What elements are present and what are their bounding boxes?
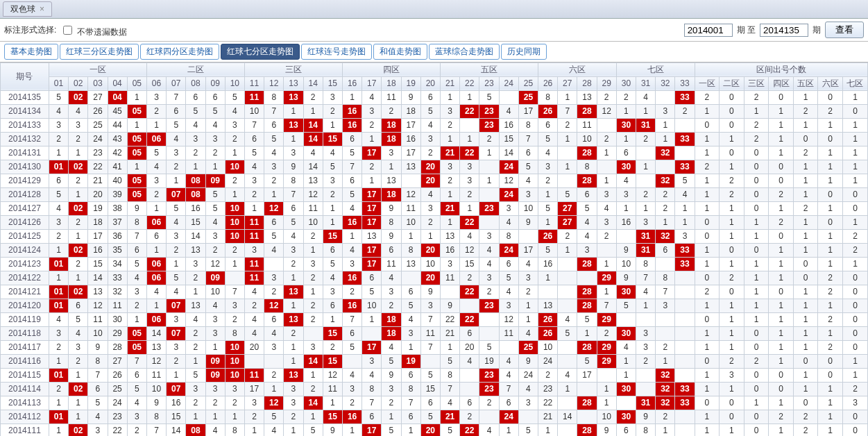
- table-row: 2014118341029051407238442156183112161142…: [1, 326, 868, 340]
- miss-cell: 2: [284, 257, 303, 271]
- miss-cell: 4: [186, 312, 205, 326]
- miss-cell: [479, 215, 499, 229]
- miss-cell: 14: [88, 271, 108, 285]
- count-cell: 2: [793, 104, 818, 118]
- hit-cell: 05: [127, 187, 146, 201]
- count-cell: 1: [793, 285, 818, 299]
- count-cell: 2: [842, 229, 867, 243]
- from-input[interactable]: [684, 24, 733, 37]
- miss-cell: 13: [577, 90, 597, 104]
- miss-cell: 4: [518, 257, 538, 271]
- app-tab[interactable]: 双色球×: [3, 1, 52, 17]
- miss-cell: 4: [167, 132, 186, 146]
- num-head: 31: [636, 76, 656, 90]
- subtab-3[interactable]: 红球七分区走势图: [221, 44, 300, 59]
- subtab-1[interactable]: 红球三分区走势图: [60, 44, 139, 59]
- close-icon[interactable]: ×: [40, 4, 44, 14]
- cnt-head: 三区: [744, 76, 769, 90]
- miss-cell: [518, 410, 538, 424]
- miss-cell: 1: [167, 174, 186, 187]
- miss-cell: 3: [382, 285, 401, 299]
- miss-cell: 11: [401, 201, 420, 215]
- hit-cell: 17: [362, 187, 382, 201]
- miss-cell: 4: [499, 104, 518, 118]
- count-cell: 1: [818, 326, 843, 340]
- miss-cell: 1: [656, 132, 675, 146]
- miss-cell: 1: [127, 90, 146, 104]
- miss-cell: 1: [244, 424, 264, 436]
- miss-cell: 3: [675, 229, 695, 243]
- miss-cell: 1: [49, 396, 68, 410]
- num-head: 24: [499, 76, 518, 90]
- view-button[interactable]: 查看: [825, 22, 864, 38]
- subtab-0[interactable]: 基本走势图: [4, 44, 58, 59]
- miss-cell: 2: [597, 229, 616, 243]
- miss-cell: 4: [362, 90, 382, 104]
- miss-cell: 3: [69, 340, 88, 354]
- miss-cell: 1: [479, 146, 499, 160]
- miss-cell: 2: [538, 174, 557, 187]
- hit-cell: 28: [577, 340, 597, 354]
- hit-cell: 30: [616, 382, 636, 396]
- config-bar: 标注形式选择: 不带遗漏数据 期 至 期 查看: [0, 19, 868, 42]
- subtab-7[interactable]: 历史同期: [501, 44, 547, 59]
- miss-cell: 3: [186, 382, 205, 396]
- miss-cell: 9: [88, 340, 108, 354]
- miss-cell: [656, 160, 675, 174]
- miss-cell: 16: [616, 215, 636, 229]
- subtab-2[interactable]: 红球四分区走势图: [140, 44, 219, 59]
- count-cell: 2: [769, 215, 794, 229]
- miss-cell: 2: [323, 340, 342, 354]
- miss-cell: 7: [656, 285, 675, 299]
- col-period: 期号: [1, 62, 49, 90]
- miss-cell: 2: [460, 410, 479, 424]
- miss-cell: [558, 340, 577, 354]
- miss-cell: 6: [460, 326, 479, 340]
- subtab-6[interactable]: 蓝球综合走势图: [429, 44, 500, 59]
- count-cell: 0: [842, 326, 867, 340]
- miss-cell: 5: [538, 243, 557, 257]
- miss-cell: [675, 424, 695, 436]
- count-cell: 1: [818, 382, 843, 396]
- subtab-4[interactable]: 红球连号走势图: [301, 44, 372, 59]
- miss-cell: 5: [244, 146, 264, 160]
- count-cell: 2: [818, 104, 843, 118]
- hit-cell: 28: [577, 396, 597, 410]
- miss-cell: 6: [205, 90, 225, 104]
- miss-cell: 11: [88, 312, 108, 326]
- miss-cell: 5: [538, 201, 557, 215]
- hit-cell: 18: [382, 118, 401, 132]
- miss-cell: 1: [323, 201, 342, 215]
- count-cell: 2: [720, 354, 744, 368]
- miss-cell: 3: [244, 396, 264, 410]
- miss-cell: 8: [636, 257, 656, 271]
- miss-cell: 1: [675, 201, 695, 215]
- count-cell: 0: [720, 285, 744, 299]
- miss-cell: [558, 285, 577, 299]
- miss-cell: 2: [186, 326, 205, 340]
- to-input[interactable]: [760, 24, 808, 37]
- miss-cell: 1: [49, 354, 68, 368]
- count-cell: 0: [744, 146, 769, 160]
- hit-cell: 20: [420, 271, 440, 285]
- miss-cell: 3: [49, 326, 68, 340]
- hit-cell: 21: [440, 410, 459, 424]
- hit-cell: 01: [49, 160, 68, 174]
- count-cell: 0: [769, 174, 794, 187]
- miss-cell: 1: [342, 90, 361, 104]
- miss-cell: 4: [499, 215, 518, 229]
- subtab-5[interactable]: 和值走势图: [373, 44, 427, 59]
- miss-cell: 4: [558, 368, 577, 382]
- miss-cell: 2: [342, 396, 361, 410]
- miss-cell: 5: [146, 146, 166, 160]
- miss-cell: 10: [244, 104, 264, 118]
- hit-cell: 33: [675, 132, 695, 146]
- miss-cell: 1: [597, 146, 616, 160]
- hit-cell: 10: [225, 229, 244, 243]
- omit-checkbox[interactable]: 不带遗漏数据: [60, 24, 126, 37]
- miss-cell: 6: [167, 104, 186, 118]
- table-row: 2014117239280513321102031325174171205251…: [1, 340, 868, 354]
- miss-cell: 3: [167, 312, 186, 326]
- miss-cell: 1: [558, 382, 577, 396]
- miss-cell: 4: [518, 326, 538, 340]
